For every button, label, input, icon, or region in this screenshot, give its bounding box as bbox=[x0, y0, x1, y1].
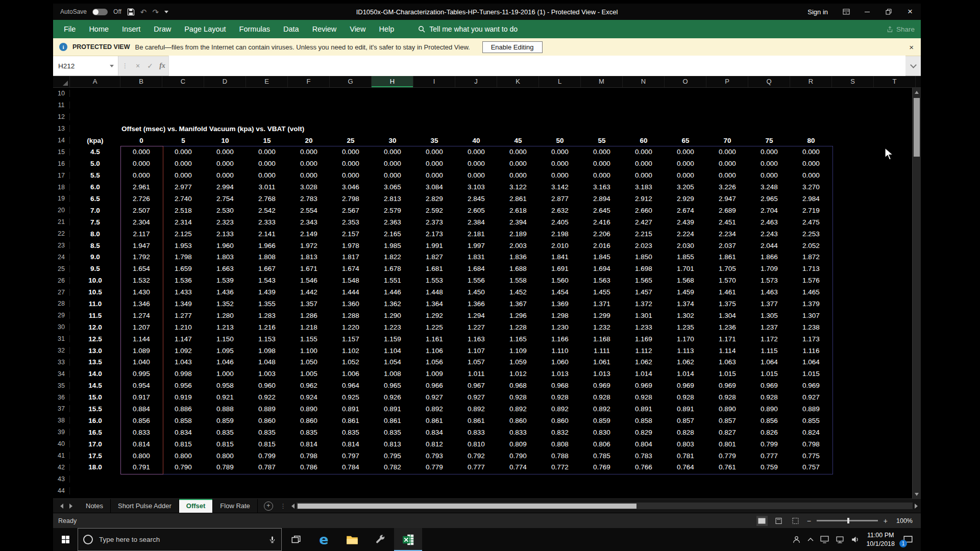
data-cell[interactable]: 0.774 bbox=[497, 463, 539, 471]
data-cell[interactable]: 1.153 bbox=[246, 335, 288, 343]
data-cell[interactable]: 1.375 bbox=[706, 300, 748, 308]
data-cell[interactable]: 3.065 bbox=[372, 183, 413, 191]
data-cell[interactable]: 1.116 bbox=[790, 347, 832, 355]
data-cell[interactable]: 0.000 bbox=[748, 171, 790, 179]
row-header-29[interactable]: 29 bbox=[53, 312, 70, 319]
data-cell[interactable]: 0.000 bbox=[748, 160, 790, 167]
data-cell[interactable]: 1.367 bbox=[497, 300, 539, 308]
ribbon-tab-home[interactable]: Home bbox=[82, 20, 115, 38]
data-cell[interactable]: 1.304 bbox=[706, 312, 748, 319]
row-header-41[interactable]: 41 bbox=[53, 452, 70, 459]
network-icon[interactable] bbox=[836, 536, 844, 543]
data-cell[interactable]: 1.532 bbox=[120, 277, 162, 284]
data-cell[interactable]: 0.828 bbox=[665, 429, 706, 436]
cell-A23[interactable]: 8.5 bbox=[70, 242, 120, 249]
ribbon-tab-file[interactable]: File bbox=[57, 20, 82, 38]
data-cell[interactable]: 1.299 bbox=[581, 312, 623, 319]
name-box-dropdown-icon[interactable] bbox=[110, 65, 114, 67]
data-cell[interactable]: 2.994 bbox=[204, 183, 246, 191]
data-cell[interactable]: 0.956 bbox=[162, 382, 204, 389]
zoom-slider[interactable] bbox=[817, 520, 878, 521]
cell-A19[interactable]: 6.5 bbox=[70, 195, 120, 203]
data-cell[interactable]: 0.000 bbox=[288, 171, 330, 179]
data-cell[interactable]: 0.000 bbox=[581, 148, 623, 156]
data-cell[interactable]: 0.833 bbox=[497, 429, 539, 436]
data-cell[interactable]: 0.958 bbox=[204, 382, 246, 389]
data-cell[interactable]: 1.227 bbox=[455, 323, 497, 331]
data-cell[interactable]: 0.799 bbox=[246, 452, 288, 460]
data-cell[interactable]: 1.364 bbox=[413, 300, 455, 308]
data-cell[interactable]: 0.000 bbox=[581, 160, 623, 167]
column-header-E[interactable]: E bbox=[246, 76, 288, 87]
row-header-10[interactable]: 10 bbox=[53, 90, 70, 97]
data-cell[interactable]: 1.553 bbox=[413, 277, 455, 284]
data-cell[interactable]: 0.798 bbox=[288, 452, 330, 460]
data-cell[interactable]: 1.150 bbox=[204, 335, 246, 343]
data-cell[interactable]: 0.861 bbox=[413, 417, 455, 424]
zoom-in-icon[interactable]: + bbox=[884, 517, 888, 525]
data-cell[interactable]: 0.968 bbox=[497, 382, 539, 389]
data-cell[interactable]: 2.768 bbox=[246, 195, 288, 203]
data-cell[interactable]: 1.357 bbox=[288, 300, 330, 308]
data-cell[interactable]: 0.886 bbox=[162, 405, 204, 413]
data-cell[interactable]: 1.953 bbox=[162, 242, 204, 249]
vertical-scrollbar[interactable] bbox=[912, 88, 921, 498]
data-cell[interactable]: 2.463 bbox=[748, 218, 790, 226]
data-cell[interactable]: 1.144 bbox=[120, 335, 162, 343]
data-cell[interactable]: 0.922 bbox=[246, 393, 288, 401]
data-cell[interactable]: 1.454 bbox=[539, 288, 581, 296]
data-cell[interactable]: 0.000 bbox=[497, 160, 539, 167]
data-cell[interactable]: 0.800 bbox=[162, 452, 204, 460]
data-cell[interactable]: 1.448 bbox=[413, 288, 455, 296]
data-cell[interactable]: 0.835 bbox=[330, 429, 372, 436]
data-cell[interactable]: 1.681 bbox=[413, 265, 455, 272]
quick-access-dropdown-icon[interactable] bbox=[164, 11, 168, 13]
header-cell[interactable]: 45 bbox=[497, 137, 539, 144]
data-cell[interactable]: 0.785 bbox=[581, 452, 623, 460]
data-cell[interactable]: 1.452 bbox=[497, 288, 539, 296]
data-cell[interactable]: 0.917 bbox=[120, 393, 162, 401]
data-cell[interactable]: 2.343 bbox=[288, 218, 330, 226]
data-cell[interactable]: 1.379 bbox=[790, 300, 832, 308]
data-cell[interactable]: 1.115 bbox=[748, 347, 790, 355]
data-cell[interactable]: 2.674 bbox=[665, 207, 706, 214]
data-cell[interactable]: 0.783 bbox=[623, 452, 665, 460]
data-cell[interactable]: 0.779 bbox=[706, 452, 748, 460]
data-cell[interactable]: 0.829 bbox=[623, 429, 665, 436]
data-cell[interactable]: 0.928 bbox=[665, 393, 706, 401]
tell-me-search[interactable]: Tell me what you want to do bbox=[418, 25, 518, 33]
data-cell[interactable]: 0.954 bbox=[120, 382, 162, 389]
data-cell[interactable]: 0.858 bbox=[162, 417, 204, 424]
data-cell[interactable]: 0.833 bbox=[455, 429, 497, 436]
data-cell[interactable]: 1.442 bbox=[288, 288, 330, 296]
data-cell[interactable]: 0.892 bbox=[539, 405, 581, 413]
data-cell[interactable]: 0.888 bbox=[204, 405, 246, 413]
cell-A37[interactable]: 15.5 bbox=[70, 405, 120, 413]
data-cell[interactable]: 2.618 bbox=[497, 207, 539, 214]
data-cell[interactable]: 0.800 bbox=[120, 452, 162, 460]
data-cell[interactable]: 0.793 bbox=[413, 452, 455, 460]
data-cell[interactable]: 1.005 bbox=[288, 370, 330, 378]
data-cell[interactable]: 0.000 bbox=[162, 171, 204, 179]
data-cell[interactable]: 0.000 bbox=[790, 160, 832, 167]
data-cell[interactable]: 0.000 bbox=[748, 148, 790, 156]
data-cell[interactable]: 0.966 bbox=[413, 382, 455, 389]
data-cell[interactable]: 2.333 bbox=[246, 218, 288, 226]
data-cell[interactable]: 2.542 bbox=[246, 207, 288, 214]
cell-A39[interactable]: 16.5 bbox=[70, 429, 120, 436]
data-cell[interactable]: 1.169 bbox=[623, 335, 665, 343]
data-cell[interactable]: 0.000 bbox=[665, 160, 706, 167]
data-cell[interactable]: 0.790 bbox=[162, 463, 204, 471]
data-cell[interactable]: 0.857 bbox=[706, 417, 748, 424]
data-cell[interactable]: 1.307 bbox=[790, 312, 832, 319]
ribbon-tab-help[interactable]: Help bbox=[372, 20, 401, 38]
data-cell[interactable]: 1.213 bbox=[204, 323, 246, 331]
ribbon-tab-data[interactable]: Data bbox=[277, 20, 306, 38]
data-cell[interactable]: 1.459 bbox=[665, 288, 706, 296]
data-cell[interactable]: 0.000 bbox=[162, 160, 204, 167]
page-break-view-icon[interactable] bbox=[790, 516, 801, 526]
column-header-O[interactable]: O bbox=[665, 76, 706, 87]
data-cell[interactable]: 2.037 bbox=[706, 242, 748, 249]
data-cell[interactable]: 1.052 bbox=[330, 358, 372, 366]
data-cell[interactable]: 1.040 bbox=[120, 358, 162, 366]
